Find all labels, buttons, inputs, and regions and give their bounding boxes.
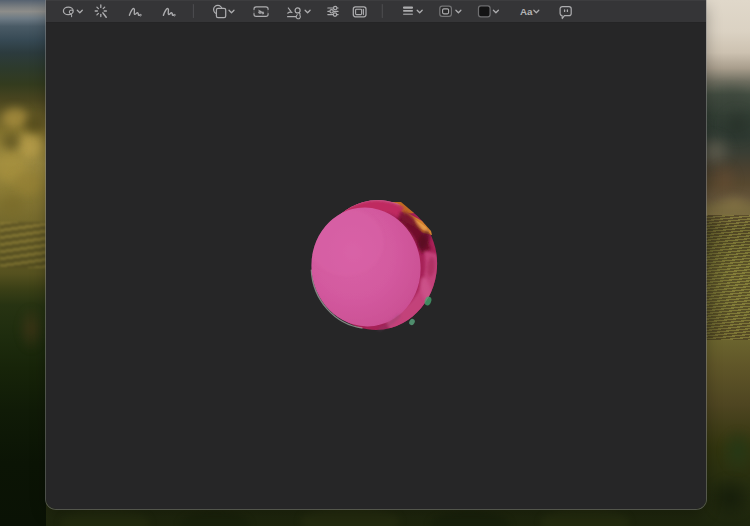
svg-text:Aa: Aa — [520, 6, 533, 17]
